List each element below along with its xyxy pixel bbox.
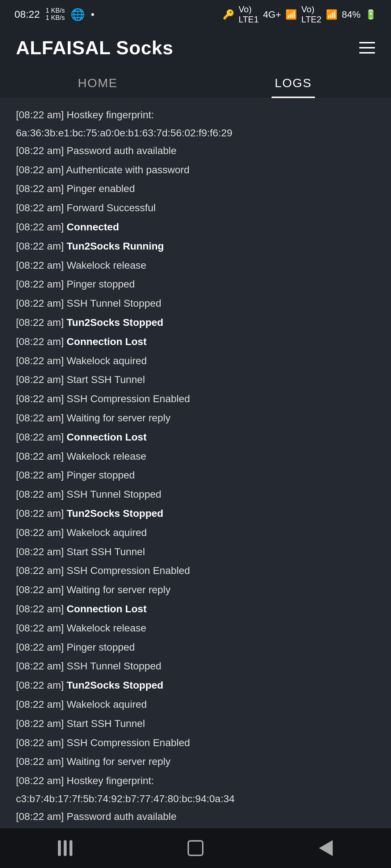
log-entry-5: [08:22 am] Pinger enabled bbox=[16, 179, 375, 199]
log-entry-3: [08:22 am] Password auth available bbox=[16, 141, 375, 161]
globe-icon: 🌐 bbox=[71, 8, 85, 21]
log-entry-29: [08:22 am] Pinger stopped bbox=[16, 638, 375, 657]
log-entry-28: [08:22 am] Wakelock release bbox=[16, 619, 375, 638]
clock: 08:22 bbox=[14, 9, 40, 20]
log-entry-36: [08:22 am] Hostkey fingerprint: bbox=[16, 771, 375, 791]
log-entry-15: [08:22 am] Start SSH Tunnel bbox=[16, 370, 375, 390]
bottom-nav bbox=[0, 828, 391, 868]
tab-logs[interactable]: LOGS bbox=[196, 66, 391, 98]
log-entry-31: [08:22 am] Tun2Socks Stopped bbox=[16, 676, 375, 695]
log-entry-14: [08:22 am] Wakelock aquired bbox=[16, 352, 375, 371]
data-up: 1 KB/s bbox=[46, 14, 65, 22]
menu-button[interactable] bbox=[359, 42, 375, 54]
network-type: Vo)LTE1 bbox=[239, 4, 259, 25]
log-entry-8: [08:22 am] Tun2Socks Running bbox=[16, 237, 375, 256]
log-entry-38: [08:22 am] Password auth available bbox=[16, 807, 375, 826]
log-entry-35: [08:22 am] Waiting for server reply bbox=[16, 752, 375, 771]
log-content: [08:22 am] Hostkey fingerprint:6a:36:3b:… bbox=[0, 98, 391, 868]
back-button[interactable] bbox=[304, 834, 348, 863]
status-right: 🔑 Vo)LTE1 4G+ 📶 Vo)LTE2 📶 84% 🔋 bbox=[223, 4, 377, 25]
log-entry-27: [08:22 am] Connection Lost bbox=[16, 600, 375, 619]
signal-bars-1: 📶 bbox=[285, 9, 297, 20]
log-entry-6: [08:22 am] Forward Successful bbox=[16, 199, 375, 218]
battery-percent: 84% bbox=[342, 9, 361, 20]
signal-bars-2: 📶 bbox=[326, 9, 337, 20]
log-entry-12: [08:22 am] Tun2Socks Stopped bbox=[16, 313, 375, 332]
data-speed: 1 KB/s 1 KB/s bbox=[46, 7, 65, 22]
log-entry-17: [08:22 am] Waiting for server reply bbox=[16, 409, 375, 428]
network-type-2: Vo)LTE2 bbox=[301, 4, 321, 25]
home-button[interactable] bbox=[174, 834, 217, 863]
recent-apps-icon bbox=[58, 840, 72, 856]
log-entry-10: [08:22 am] Pinger stopped bbox=[16, 275, 375, 294]
log-entry-1: [08:22 am] Hostkey fingerprint: bbox=[16, 106, 375, 125]
log-entry-26: [08:22 am] Waiting for server reply bbox=[16, 580, 375, 600]
log-entry-34: [08:22 am] SSH Compression Enabled bbox=[16, 733, 375, 753]
log-entry-16: [08:22 am] SSH Compression Enabled bbox=[16, 390, 375, 409]
log-entry-18: [08:22 am] Connection Lost bbox=[16, 428, 375, 447]
log-entry-19: [08:22 am] Wakelock release bbox=[16, 447, 375, 466]
log-entry-24: [08:22 am] Start SSH Tunnel bbox=[16, 542, 375, 562]
back-icon bbox=[319, 840, 333, 856]
log-entry-22: [08:22 am] Tun2Socks Stopped bbox=[16, 504, 375, 523]
log-fingerprint-2: 6a:36:3b:e1:bc:75:a0:0e:b1:63:7d:56:02:f… bbox=[16, 125, 375, 141]
log-entry-21: [08:22 am] SSH Tunnel Stopped bbox=[16, 485, 375, 504]
key-icon: 🔑 bbox=[223, 9, 234, 20]
log-entry-4: [08:22 am] Authenticate with password bbox=[16, 161, 375, 180]
tab-bar: HOME LOGS bbox=[0, 66, 391, 98]
network-speed: 4G+ bbox=[263, 9, 281, 20]
log-entry-25: [08:22 am] SSH Compression Enabled bbox=[16, 561, 375, 580]
dot-indicator: • bbox=[91, 9, 94, 20]
home-icon bbox=[188, 840, 203, 856]
log-entry-11: [08:22 am] SSH Tunnel Stopped bbox=[16, 294, 375, 313]
app-header: ALFAISAL Socks bbox=[0, 26, 391, 66]
log-fingerprint-37: c3:b7:4b:17:7f:5b:74:92:b7:77:47:80:bc:9… bbox=[16, 791, 375, 807]
log-entry-32: [08:22 am] Wakelock aquired bbox=[16, 695, 375, 714]
log-entry-9: [08:22 am] Wakelock release bbox=[16, 256, 375, 275]
log-entry-7: [08:22 am] Connected bbox=[16, 218, 375, 237]
log-entry-13: [08:22 am] Connection Lost bbox=[16, 332, 375, 352]
tab-home[interactable]: HOME bbox=[0, 66, 196, 98]
log-entry-33: [08:22 am] Start SSH Tunnel bbox=[16, 714, 375, 733]
status-bar: 08:22 1 KB/s 1 KB/s 🌐 • 🔑 Vo)LTE1 4G+ 📶 … bbox=[0, 0, 391, 26]
status-left: 08:22 1 KB/s 1 KB/s 🌐 • bbox=[14, 7, 94, 22]
battery-icon: 🔋 bbox=[365, 9, 377, 20]
data-down: 1 KB/s bbox=[46, 7, 65, 14]
log-entry-23: [08:22 am] Wakelock aquired bbox=[16, 523, 375, 542]
log-entry-30: [08:22 am] SSH Tunnel Stopped bbox=[16, 657, 375, 676]
log-entry-20: [08:22 am] Pinger stopped bbox=[16, 466, 375, 485]
recent-apps-button[interactable] bbox=[43, 834, 87, 863]
app-title: ALFAISAL Socks bbox=[16, 37, 173, 59]
